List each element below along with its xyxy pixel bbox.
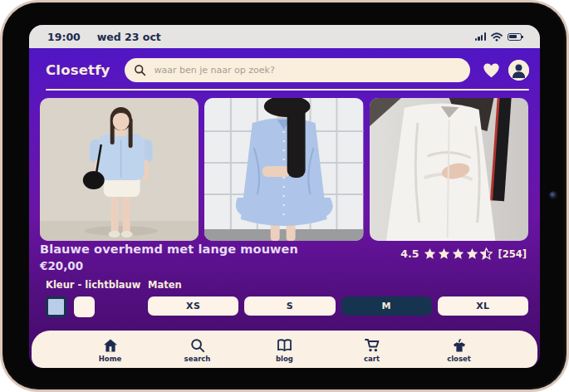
search-input[interactable]: [153, 64, 461, 76]
app-logo: Closetfy: [46, 62, 110, 78]
status-time: 19:00: [47, 31, 81, 43]
nav-item-cart[interactable]: cart: [347, 338, 397, 363]
status-date: wed 23 oct: [97, 31, 161, 43]
cart-icon: [365, 338, 380, 353]
color-section: Kleur - lichtblauw: [46, 279, 148, 317]
battery-icon: [508, 33, 522, 41]
nav-label: blog: [276, 355, 293, 363]
size-options: XS S M XL: [148, 296, 528, 316]
color-label: Kleur - lichtblauw: [46, 279, 148, 291]
camera-dot: [549, 191, 557, 199]
blog-icon: [277, 338, 292, 353]
size-button-s[interactable]: S: [244, 296, 335, 316]
nav-item-closet[interactable]: closet: [434, 338, 484, 363]
rating-score: 4.5: [400, 247, 419, 260]
color-swatch-lichtblauw[interactable]: [46, 296, 66, 317]
product-price: €20,00: [40, 259, 298, 272]
app-screen: 19:00 wed 23 oct: [29, 25, 540, 368]
size-label: Maten: [148, 279, 528, 291]
favorites-button[interactable]: [482, 61, 501, 79]
nav-item-home[interactable]: Home: [86, 338, 135, 363]
product-options: Kleur - lichtblauw Maten XS S M XL: [46, 279, 528, 317]
closet-icon: [452, 338, 467, 353]
tablet-frame: 19:00 wed 23 oct: [0, 0, 569, 392]
size-section: Maten XS S M XL: [148, 279, 528, 317]
profile-icon: [508, 60, 529, 81]
app-header: Closetfy: [46, 57, 529, 82]
nav-label: search: [184, 355, 211, 363]
product-image-3[interactable]: [370, 98, 528, 241]
color-swatches: [46, 296, 148, 317]
nav-label: closet: [447, 355, 471, 363]
tablet-mockup: 19:00 wed 23 oct: [0, 0, 569, 392]
size-button-m[interactable]: M: [341, 296, 432, 316]
search-nav-icon: [190, 338, 205, 353]
product-info: Blauwe overhemd met lange mouwen €20,00 …: [40, 243, 527, 272]
color-swatch-wit[interactable]: [74, 296, 95, 317]
nav-item-blog[interactable]: blog: [260, 338, 310, 363]
profile-button[interactable]: [508, 60, 529, 81]
home-icon: [103, 338, 118, 353]
product-rating: 4.5 [254]: [400, 243, 527, 260]
nav-label: Home: [99, 355, 122, 363]
nav-label: cart: [364, 355, 380, 363]
status-bar: 19:00 wed 23 oct: [29, 25, 540, 48]
nav-item-search[interactable]: search: [173, 338, 223, 363]
header-divider: [46, 89, 529, 91]
search-icon: [134, 64, 146, 76]
heart-icon: [482, 61, 501, 79]
review-count: [254]: [498, 248, 527, 260]
product-image-2[interactable]: [204, 98, 363, 241]
signal-icon: [475, 32, 486, 41]
wifi-icon: [491, 32, 503, 42]
product-gallery: [40, 98, 528, 241]
size-button-xl[interactable]: XL: [438, 296, 528, 316]
app-content: Closetfy: [29, 48, 540, 368]
product-image-1[interactable]: [40, 98, 199, 241]
search-bar[interactable]: [125, 58, 470, 82]
size-button-xs[interactable]: XS: [148, 296, 238, 316]
bottom-nav: Home search: [32, 331, 537, 368]
product-title: Blauwe overhemd met lange mouwen: [40, 243, 298, 256]
rating-stars: [424, 247, 493, 260]
